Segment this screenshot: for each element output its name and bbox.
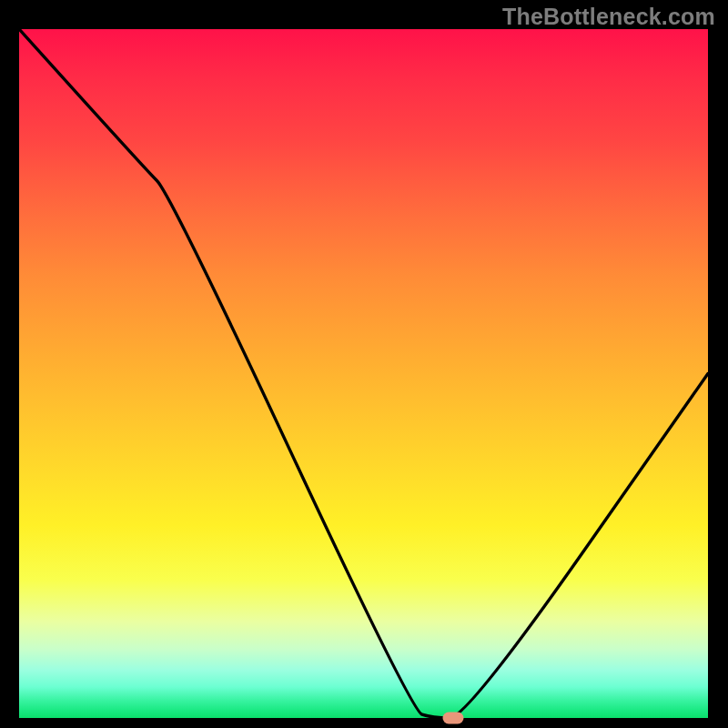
chart-frame: TheBottleneck.com: [0, 0, 728, 728]
watermark-text: TheBottleneck.com: [502, 4, 715, 30]
optimal-point-marker: [442, 713, 463, 724]
bottleneck-line-chart: [19, 29, 708, 718]
plot-area: [19, 29, 708, 718]
bottleneck-curve-path: [19, 29, 708, 718]
